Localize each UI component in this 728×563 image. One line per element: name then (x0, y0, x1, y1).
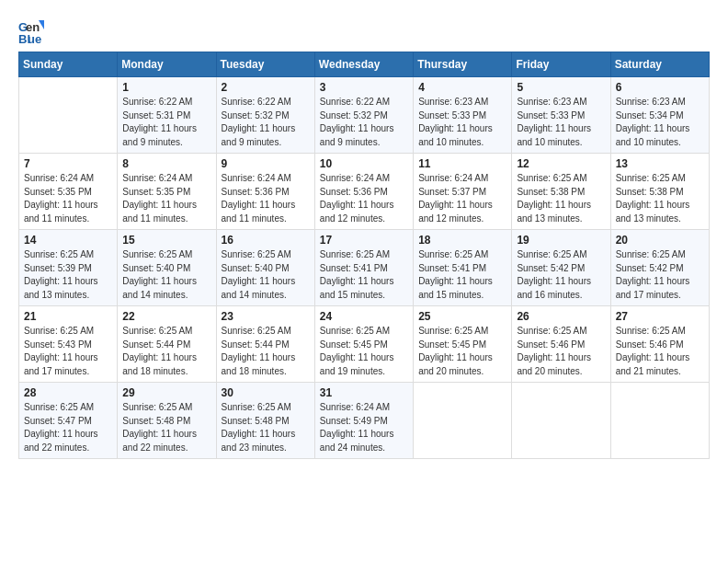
day-number: 18 (418, 234, 506, 247)
calendar-table: SundayMondayTuesdayWednesdayThursdayFrid… (18, 52, 710, 459)
calendar-cell: 9Sunrise: 6:24 AM Sunset: 5:36 PM Daylig… (216, 154, 314, 230)
day-info: Sunrise: 6:25 AM Sunset: 5:38 PM Dayligh… (616, 172, 704, 225)
calendar-week-4: 21Sunrise: 6:25 AM Sunset: 5:43 PM Dayli… (19, 306, 710, 383)
day-info: Sunrise: 6:25 AM Sunset: 5:46 PM Dayligh… (517, 325, 605, 378)
day-number: 30 (222, 386, 310, 399)
day-number: 13 (616, 157, 704, 170)
calendar-cell: 18Sunrise: 6:25 AM Sunset: 5:41 PM Dayli… (414, 230, 512, 306)
calendar-cell: 11Sunrise: 6:24 AM Sunset: 5:37 PM Dayli… (414, 154, 512, 230)
calendar-cell: 14Sunrise: 6:25 AM Sunset: 5:39 PM Dayli… (19, 230, 118, 306)
day-number: 3 (320, 81, 408, 94)
day-number: 16 (222, 234, 310, 247)
calendar-cell (512, 383, 610, 459)
day-info: Sunrise: 6:25 AM Sunset: 5:41 PM Dayligh… (418, 248, 506, 302)
calendar-cell: 8Sunrise: 6:24 AM Sunset: 5:35 PM Daylig… (118, 154, 216, 230)
calendar-week-5: 28Sunrise: 6:25 AM Sunset: 5:47 PM Dayli… (19, 383, 710, 459)
calendar-cell: 21Sunrise: 6:25 AM Sunset: 5:43 PM Dayli… (19, 306, 118, 383)
day-number: 28 (24, 386, 112, 399)
day-number: 20 (616, 234, 704, 247)
calendar-cell: 16Sunrise: 6:25 AM Sunset: 5:40 PM Dayli… (216, 230, 314, 306)
page-header: G en Bl ue (18, 18, 710, 44)
day-number: 8 (122, 157, 210, 170)
day-info: Sunrise: 6:24 AM Sunset: 5:36 PM Dayligh… (320, 172, 408, 225)
day-number: 11 (418, 157, 506, 170)
day-number: 12 (517, 157, 605, 170)
header-sunday: Sunday (19, 52, 118, 77)
day-number: 24 (320, 310, 408, 323)
calendar-cell: 10Sunrise: 6:24 AM Sunset: 5:36 PM Dayli… (314, 154, 413, 230)
day-info: Sunrise: 6:23 AM Sunset: 5:33 PM Dayligh… (517, 96, 605, 149)
calendar-week-3: 14Sunrise: 6:25 AM Sunset: 5:39 PM Dayli… (19, 230, 710, 306)
day-info: Sunrise: 6:25 AM Sunset: 5:45 PM Dayligh… (320, 325, 408, 378)
day-number: 9 (222, 157, 310, 170)
calendar-cell: 24Sunrise: 6:25 AM Sunset: 5:45 PM Dayli… (314, 306, 413, 383)
day-info: Sunrise: 6:25 AM Sunset: 5:45 PM Dayligh… (418, 325, 506, 378)
day-info: Sunrise: 6:25 AM Sunset: 5:47 PM Dayligh… (24, 401, 112, 454)
day-info: Sunrise: 6:25 AM Sunset: 5:40 PM Dayligh… (122, 248, 210, 302)
calendar-cell: 1Sunrise: 6:22 AM Sunset: 5:31 PM Daylig… (118, 77, 216, 154)
calendar-cell: 27Sunrise: 6:25 AM Sunset: 5:46 PM Dayli… (610, 306, 709, 383)
day-number: 5 (517, 81, 605, 94)
calendar-cell: 20Sunrise: 6:25 AM Sunset: 5:42 PM Dayli… (610, 230, 709, 306)
day-number: 27 (616, 310, 704, 323)
calendar-cell: 28Sunrise: 6:25 AM Sunset: 5:47 PM Dayli… (19, 383, 118, 459)
calendar-header-row: SundayMondayTuesdayWednesdayThursdayFrid… (19, 52, 710, 77)
day-number: 4 (418, 81, 506, 94)
day-info: Sunrise: 6:25 AM Sunset: 5:38 PM Dayligh… (517, 172, 605, 225)
day-info: Sunrise: 6:22 AM Sunset: 5:32 PM Dayligh… (222, 96, 310, 149)
day-number: 21 (24, 310, 112, 323)
calendar-cell: 23Sunrise: 6:25 AM Sunset: 5:44 PM Dayli… (216, 306, 314, 383)
calendar-cell: 29Sunrise: 6:25 AM Sunset: 5:48 PM Dayli… (118, 383, 216, 459)
day-number: 15 (122, 234, 210, 247)
calendar-cell: 3Sunrise: 6:22 AM Sunset: 5:32 PM Daylig… (314, 77, 413, 154)
day-number: 23 (222, 310, 310, 323)
header-friday: Friday (512, 52, 610, 77)
logo-icon: G en Bl ue (18, 18, 44, 44)
calendar-cell: 7Sunrise: 6:24 AM Sunset: 5:35 PM Daylig… (19, 154, 118, 230)
day-info: Sunrise: 6:25 AM Sunset: 5:48 PM Dayligh… (122, 401, 210, 454)
svg-text:ue: ue (28, 32, 41, 44)
calendar-cell (610, 383, 709, 459)
header-saturday: Saturday (610, 52, 709, 77)
day-number: 29 (122, 386, 210, 399)
day-number: 17 (320, 234, 408, 247)
day-number: 2 (222, 81, 310, 94)
calendar-week-2: 7Sunrise: 6:24 AM Sunset: 5:35 PM Daylig… (19, 154, 710, 230)
calendar-cell: 17Sunrise: 6:25 AM Sunset: 5:41 PM Dayli… (314, 230, 413, 306)
day-info: Sunrise: 6:25 AM Sunset: 5:41 PM Dayligh… (320, 248, 408, 302)
day-info: Sunrise: 6:23 AM Sunset: 5:34 PM Dayligh… (616, 96, 704, 149)
logo: G en Bl ue (18, 18, 48, 44)
calendar-cell: 6Sunrise: 6:23 AM Sunset: 5:34 PM Daylig… (610, 77, 709, 154)
header-thursday: Thursday (414, 52, 512, 77)
day-number: 31 (320, 386, 408, 399)
calendar-cell: 19Sunrise: 6:25 AM Sunset: 5:42 PM Dayli… (512, 230, 610, 306)
header-tuesday: Tuesday (216, 52, 314, 77)
day-number: 22 (122, 310, 210, 323)
day-number: 25 (418, 310, 506, 323)
day-info: Sunrise: 6:24 AM Sunset: 5:35 PM Dayligh… (122, 172, 210, 225)
calendar-cell (414, 383, 512, 459)
calendar-cell: 26Sunrise: 6:25 AM Sunset: 5:46 PM Dayli… (512, 306, 610, 383)
day-info: Sunrise: 6:24 AM Sunset: 5:49 PM Dayligh… (320, 401, 408, 454)
day-number: 14 (24, 234, 112, 247)
day-info: Sunrise: 6:23 AM Sunset: 5:33 PM Dayligh… (418, 96, 506, 149)
calendar-cell (19, 77, 118, 154)
calendar-body: 1Sunrise: 6:22 AM Sunset: 5:31 PM Daylig… (19, 77, 710, 459)
calendar-cell: 5Sunrise: 6:23 AM Sunset: 5:33 PM Daylig… (512, 77, 610, 154)
day-info: Sunrise: 6:24 AM Sunset: 5:36 PM Dayligh… (222, 172, 310, 225)
calendar-cell: 31Sunrise: 6:24 AM Sunset: 5:49 PM Dayli… (314, 383, 413, 459)
day-info: Sunrise: 6:25 AM Sunset: 5:43 PM Dayligh… (24, 325, 112, 378)
day-number: 26 (517, 310, 605, 323)
day-info: Sunrise: 6:25 AM Sunset: 5:46 PM Dayligh… (616, 325, 704, 378)
day-info: Sunrise: 6:24 AM Sunset: 5:35 PM Dayligh… (24, 172, 112, 225)
calendar-cell: 15Sunrise: 6:25 AM Sunset: 5:40 PM Dayli… (118, 230, 216, 306)
calendar-cell: 13Sunrise: 6:25 AM Sunset: 5:38 PM Dayli… (610, 154, 709, 230)
calendar-cell: 22Sunrise: 6:25 AM Sunset: 5:44 PM Dayli… (118, 306, 216, 383)
calendar-cell: 30Sunrise: 6:25 AM Sunset: 5:48 PM Dayli… (216, 383, 314, 459)
day-info: Sunrise: 6:25 AM Sunset: 5:48 PM Dayligh… (222, 401, 310, 454)
day-info: Sunrise: 6:25 AM Sunset: 5:42 PM Dayligh… (517, 248, 605, 302)
day-number: 10 (320, 157, 408, 170)
day-info: Sunrise: 6:25 AM Sunset: 5:44 PM Dayligh… (222, 325, 310, 378)
day-number: 19 (517, 234, 605, 247)
calendar-cell: 25Sunrise: 6:25 AM Sunset: 5:45 PM Dayli… (414, 306, 512, 383)
